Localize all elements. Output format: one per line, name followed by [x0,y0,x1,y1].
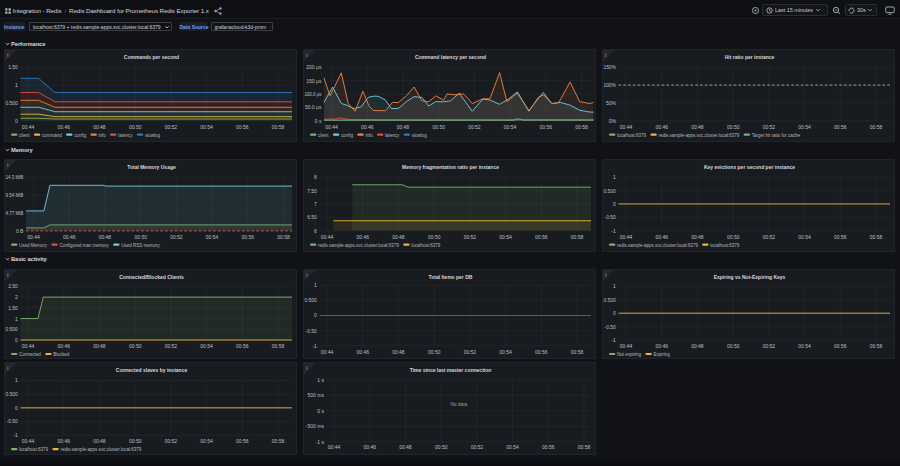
svg-text:Target hit ratio for cache: Target hit ratio for cache [752,133,801,138]
svg-text:00:52: 00:52 [464,349,477,355]
svg-text:-1: -1 [312,343,317,349]
svg-text:00:48: 00:48 [93,124,106,130]
svg-text:i: i [306,366,307,371]
svg-text:100.0 µs: 100.0 µs [304,92,322,97]
svg-text:client: client [318,133,329,138]
svg-text:Key evictions per second per i: Key evictions per second per instance [704,164,795,170]
svg-text:i: i [7,273,8,278]
svg-text:1: 1 [613,283,616,289]
svg-text:00:46: 00:46 [655,234,668,240]
svg-text:200 µs: 200 µs [306,64,322,70]
svg-text:1: 1 [15,82,18,88]
svg-text:00:52: 00:52 [464,234,477,240]
svg-text:7.50: 7.50 [307,188,317,194]
svg-text:Used Memory: Used Memory [19,243,48,248]
svg-text:1: 1 [314,282,317,288]
svg-text:Connected slaves by instance: Connected slaves by instance [116,367,188,373]
svg-text:00:46: 00:46 [655,343,668,349]
svg-text:Hit ratio per instance: Hit ratio per instance [725,54,775,60]
svg-text:00:48: 00:48 [93,438,106,444]
svg-text:00:58: 00:58 [870,234,883,240]
svg-text:150 µs: 150 µs [306,78,322,84]
svg-text:1: 1 [15,316,18,322]
svg-text:00:44: 00:44 [620,124,633,130]
svg-text:00:54: 00:54 [504,124,517,130]
svg-text:i: i [605,53,606,58]
svg-text:-0.50: -0.50 [305,328,317,334]
svg-text:redis.sample-apps.svc.cluster.: redis.sample-apps.svc.cluster.local:6379 [659,133,740,138]
svg-text:14.3 MiB: 14.3 MiB [5,175,23,180]
svg-text:00:50: 00:50 [727,343,740,349]
svg-text:0%: 0% [609,118,617,124]
svg-text:0: 0 [613,201,616,207]
svg-text:Used RSS memory: Used RSS memory [121,243,160,248]
svg-text:Connected/Blocked Clients: Connected/Blocked Clients [119,274,184,280]
svg-text:i: i [306,273,307,278]
svg-text:00:56: 00:56 [236,124,249,130]
svg-text:00:58: 00:58 [578,444,591,450]
svg-text:00:56: 00:56 [242,234,255,240]
svg-text:00:56: 00:56 [535,234,548,240]
svg-text:No data: No data [450,402,467,407]
svg-text:00:44: 00:44 [325,124,338,130]
svg-text:00:44: 00:44 [22,343,35,349]
svg-text:00:52: 00:52 [471,444,484,450]
svg-text:00:54: 00:54 [206,234,219,240]
svg-text:Time since last master connect: Time since last master connection [410,367,492,373]
svg-text:info: info [99,133,107,138]
svg-text:00:48: 00:48 [93,343,106,349]
svg-text:7: 7 [314,201,317,207]
svg-text:00:56: 00:56 [535,349,548,355]
svg-text:Commands per second: Commands per second [124,54,179,60]
svg-text:00:52: 00:52 [763,343,776,349]
svg-text:00:46: 00:46 [57,124,70,130]
svg-text:00:50: 00:50 [129,438,142,444]
svg-text:Total Memory Usage: Total Memory Usage [127,164,176,170]
svg-text:00:48: 00:48 [99,234,112,240]
svg-text:00:50: 00:50 [435,444,448,450]
svg-text:00:46: 00:46 [361,124,374,130]
svg-text:localhost:6379: localhost:6379 [617,133,647,138]
svg-text:8: 8 [314,174,317,180]
svg-text:Not expiring: Not expiring [617,352,642,357]
svg-text:00:56: 00:56 [236,343,249,349]
svg-text:1.50: 1.50 [8,305,18,311]
svg-text:1: 1 [15,377,18,383]
svg-text:00:52: 00:52 [468,124,481,130]
svg-text:0.500: 0.500 [304,297,317,303]
svg-text:00:52: 00:52 [763,124,776,130]
svg-text:00:56: 00:56 [834,343,847,349]
svg-text:latency: latency [385,133,400,138]
svg-text:4.77 MiB: 4.77 MiB [5,211,23,216]
svg-text:00:54: 00:54 [798,343,811,349]
svg-text:6: 6 [314,228,317,234]
svg-text:0: 0 [15,337,18,343]
svg-text:00:54: 00:54 [506,444,519,450]
svg-text:0.500: 0.500 [5,100,18,106]
svg-text:info: info [365,133,373,138]
svg-text:00:58: 00:58 [272,438,285,444]
svg-text:00:48: 00:48 [397,124,410,130]
svg-text:00:44: 00:44 [27,234,40,240]
svg-text:slowlog: slowlog [412,133,428,138]
svg-text:00:50: 00:50 [727,124,740,130]
svg-text:00:52: 00:52 [763,234,776,240]
svg-text:100%: 100% [603,83,616,88]
svg-text:00:48: 00:48 [392,234,405,240]
svg-text:00:58: 00:58 [870,124,883,130]
svg-text:00:48: 00:48 [691,124,704,130]
svg-text:-1: -1 [611,337,616,343]
svg-text:0: 0 [314,312,317,318]
svg-text:00:44: 00:44 [22,124,35,130]
svg-text:-0.50: -0.50 [604,214,616,220]
svg-text:0: 0 [613,310,616,316]
svg-text:50.0 µs: 50.0 µs [305,104,322,110]
svg-text:0.500: 0.500 [5,326,18,332]
svg-text:Memory fragmentation ratio per: Memory fragmentation ratio per instance [402,164,499,170]
svg-text:00:58: 00:58 [571,234,584,240]
svg-text:redis.sample-apps.svc.cluster.: redis.sample-apps.svc.cluster.local:6379 [61,447,142,452]
svg-text:00:54: 00:54 [798,124,811,130]
svg-text:00:50: 00:50 [428,349,441,355]
svg-text:redis.sample-apps.svc.cluster.: redis.sample-apps.svc.cluster.local:6379 [318,243,399,248]
svg-text:-1: -1 [13,432,18,438]
